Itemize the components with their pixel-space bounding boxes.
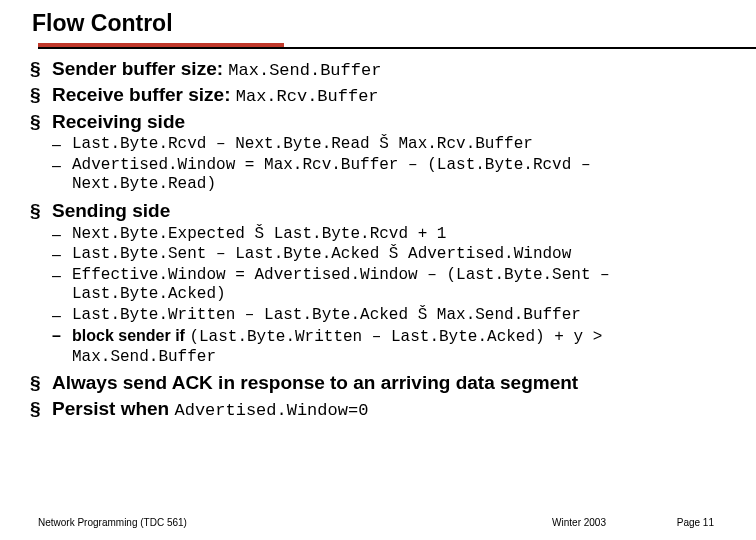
bullet-label: Receiving side <box>52 111 185 132</box>
bullet-label: Persist when <box>52 398 175 419</box>
bullet-code: Max.Send.Buffer <box>228 61 381 80</box>
bullet-receive-buffer: Receive buffer size: Max.Rcv.Buffer <box>30 83 726 107</box>
slide-title: Flow Control <box>32 10 756 37</box>
bullet-code: Max.Rcv.Buffer <box>236 87 379 106</box>
bullet-always-ack: Always send ACK in response to an arrivi… <box>30 371 726 395</box>
sub-item: Last.Byte.Sent – Last.Byte.Acked Š Adver… <box>52 245 726 265</box>
bullet-label: Sender buffer size: <box>52 58 228 79</box>
footer-right: Page 11 <box>677 517 714 528</box>
sub-item: Effective.Window = Advertised.Window – (… <box>52 266 726 305</box>
bullet-list: Sender buffer size: Max.Send.Buffer Rece… <box>30 57 726 421</box>
sub-item-block-sender: block sender if (Last.Byte.Written – Las… <box>52 326 726 367</box>
content-area: Sender buffer size: Max.Send.Buffer Rece… <box>0 49 756 421</box>
block-label: block sender if <box>72 327 189 344</box>
footer-left: Network Programming (TDC 561) <box>38 517 187 528</box>
title-area: Flow Control <box>0 0 756 49</box>
sub-list: Last.Byte.Rcvd – Next.Byte.Read Š Max.Rc… <box>52 135 726 195</box>
sub-item: Advertised.Window = Max.Rcv.Buffer – (La… <box>52 156 726 195</box>
bullet-label: Sending side <box>52 200 170 221</box>
bullet-label: Receive buffer size: <box>52 84 236 105</box>
sub-list: Next.Byte.Expected Š Last.Byte.Rcvd + 1 … <box>52 225 726 368</box>
sub-item: Last.Byte.Written – Last.Byte.Acked Š Ma… <box>52 306 726 326</box>
bullet-receiving-side: Receiving side Last.Byte.Rcvd – Next.Byt… <box>30 110 726 195</box>
bullet-code: Advertised.Window=0 <box>175 401 369 420</box>
bullet-sender-buffer: Sender buffer size: Max.Send.Buffer <box>30 57 726 81</box>
slide: Flow Control Sender buffer size: Max.Sen… <box>0 0 756 540</box>
bullet-sending-side: Sending side Next.Byte.Expected Š Last.B… <box>30 199 726 367</box>
sub-item: Next.Byte.Expected Š Last.Byte.Rcvd + 1 <box>52 225 726 245</box>
block-code-cont: Max.Send.Buffer <box>72 348 216 366</box>
block-code: (Last.Byte.Written – Last.Byte.Acked) + … <box>189 328 602 346</box>
bullet-persist: Persist when Advertised.Window=0 <box>30 397 726 421</box>
sub-item: Last.Byte.Rcvd – Next.Byte.Read Š Max.Rc… <box>52 135 726 155</box>
footer-mid: Winter 2003 <box>552 517 606 528</box>
bullet-label: Always send ACK in response to an arrivi… <box>52 372 578 393</box>
